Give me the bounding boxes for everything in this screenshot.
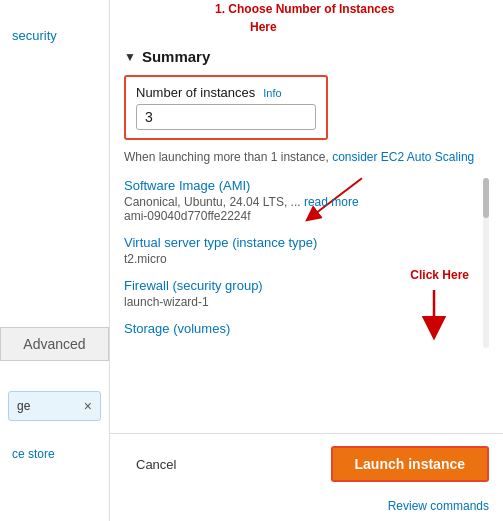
instances-label: Number of instances xyxy=(136,85,255,100)
sidebar-store-link[interactable]: ce store xyxy=(12,447,55,461)
instance-type-section: Virtual server type (instance type) t2.m… xyxy=(124,235,489,266)
instances-field-group: Number of instances Info xyxy=(124,75,328,140)
sidebar-item-security[interactable]: security xyxy=(0,20,109,51)
review-commands-link[interactable]: Review commands xyxy=(388,499,489,513)
annotation-click-here: Click Here xyxy=(410,268,469,282)
ami-value: Canonical, Ubuntu, 24.04 LTS, ... read m… xyxy=(124,195,489,209)
ami-section: Software Image (AMI) Canonical, Ubuntu, … xyxy=(124,178,489,223)
scaling-text: When launching more than 1 instance, con… xyxy=(124,148,489,166)
firewall-section: Firewall (security group) launch-wizard-… xyxy=(124,278,489,309)
ami-title[interactable]: Software Image (AMI) xyxy=(124,178,489,193)
close-icon[interactable]: × xyxy=(84,398,92,414)
bottom-bar: Cancel Launch instance xyxy=(110,433,503,494)
annotation-choose: 1. Choose Number of Instances xyxy=(215,2,394,16)
summary-panel: 1. Choose Number of Instances Here ▼ Sum… xyxy=(110,0,503,433)
ami-id: ami-09040d770ffe2224f xyxy=(124,209,489,223)
store-link-label: ce store xyxy=(12,447,55,461)
instance-type-title[interactable]: Virtual server type (instance type) xyxy=(124,235,489,250)
summary-scroll: Software Image (AMI) Canonical, Ubuntu, … xyxy=(124,178,489,348)
security-label: security xyxy=(12,28,57,43)
collapse-icon[interactable]: ▼ xyxy=(124,50,136,64)
advanced-label: Advanced xyxy=(23,336,85,352)
sidebar: security Advanced ge × ce store xyxy=(0,0,110,521)
auto-scaling-link[interactable]: consider EC2 Auto Scaling xyxy=(332,150,474,164)
down-arrow-svg xyxy=(409,288,459,343)
ami-read-more-link[interactable]: read more xyxy=(304,195,359,209)
launch-instance-button[interactable]: Launch instance xyxy=(331,446,489,482)
summary-title-row: ▼ Summary xyxy=(124,48,489,65)
main-panel: 1. Choose Number of Instances Here ▼ Sum… xyxy=(110,0,503,521)
instance-type-value: t2.micro xyxy=(124,252,489,266)
review-link-row: Review commands xyxy=(110,494,503,521)
info-badge[interactable]: Info xyxy=(263,87,281,99)
summary-title: Summary xyxy=(142,48,210,65)
sidebar-storage-badge: ge × xyxy=(8,391,101,421)
instances-label-row: Number of instances Info xyxy=(136,85,316,100)
cancel-button[interactable]: Cancel xyxy=(124,451,188,478)
sidebar-item-advanced[interactable]: Advanced xyxy=(0,327,109,361)
instances-input[interactable] xyxy=(136,104,316,130)
annotation-here: Here xyxy=(250,20,277,34)
storage-badge-text: ge xyxy=(17,399,30,413)
